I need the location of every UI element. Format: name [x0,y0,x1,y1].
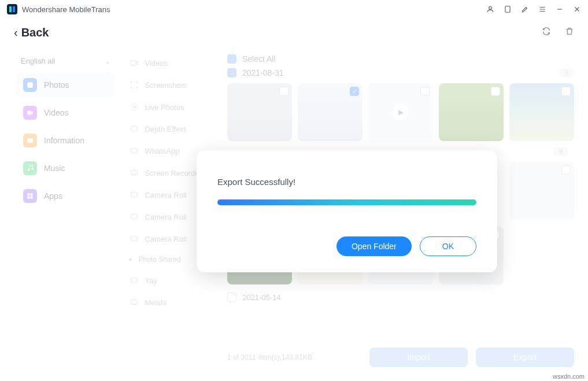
group-checkbox[interactable] [227,293,236,302]
status-text: 1 of 3011 Item(s),143.81KB [227,353,361,361]
triangle-down-icon: ▾ [129,257,132,262]
bottom-bar: 1 of 3011 Item(s),143.81KB Import Export [227,347,574,367]
album-label: Screen Recorder [145,169,202,177]
album-label: WhatsApp [145,147,180,156]
svg-point-15 [131,104,137,110]
album-label: Camera Roll [145,235,187,243]
folder-icon [129,190,139,200]
photo-thumbnail[interactable] [509,162,574,220]
sidebar-item-music[interactable]: Music [16,156,115,181]
menu-icon[interactable] [538,5,546,13]
refresh-icon[interactable] [542,27,551,38]
minimize-icon[interactable] [556,5,564,13]
select-all-row: – Select All [224,52,578,66]
svg-rect-23 [131,299,137,304]
album-item-shared[interactable]: Meishi [121,291,224,313]
modal-message: Export Successfully! [217,177,476,187]
album-label: Camera Roll [145,191,187,199]
svg-rect-20 [131,214,137,219]
thumbnail-checkbox[interactable] [561,87,571,96]
export-button[interactable]: Export [476,347,574,367]
album-item-shared[interactable]: Yay [121,269,224,291]
photo-thumbnail[interactable] [439,83,504,141]
album-section-label: Photo Shared [139,256,181,264]
svg-rect-3 [505,6,510,13]
folder-icon [129,275,139,286]
sidebar-item-label: Photos [44,80,69,90]
chevron-left-icon: ‹ [14,26,18,39]
photos-icon [23,78,37,92]
svg-rect-5 [27,111,31,115]
svg-rect-13 [131,61,136,65]
trash-icon[interactable] [565,27,574,38]
thumbnail-checkbox[interactable] [420,87,430,96]
livephoto-icon [129,102,139,112]
svg-rect-16 [131,126,137,131]
apps-icon [23,189,37,203]
svg-rect-18 [131,170,137,175]
open-folder-button[interactable]: Open Folder [336,236,412,256]
thumbnail-checkbox[interactable] [561,165,571,175]
back-bar: ‹ Back [0,19,588,46]
language-selector[interactable]: English all ⌄ [14,52,117,70]
album-item-livephotos[interactable]: Live Photos [121,96,224,118]
toolbar [542,27,574,38]
svg-point-8 [31,168,34,170]
videos-icon [23,106,37,120]
sidebar-item-label: Information [44,136,84,145]
photo-thumbnail[interactable] [509,83,574,141]
back-button[interactable]: ‹ Back [14,26,49,39]
user-icon[interactable] [486,5,494,13]
photo-thumbnail[interactable]: ✓ [298,83,363,141]
group-checkbox[interactable]: – [227,68,236,77]
folder-icon [129,234,139,244]
thumbnail-checkbox[interactable] [491,87,500,96]
close-icon[interactable] [573,5,581,13]
sidebar-item-apps[interactable]: Apps [16,183,115,209]
back-label: Back [21,26,49,39]
thumbnail-checkbox[interactable] [279,87,289,96]
recorder-icon [129,168,139,178]
album-label: Live Photos [145,103,184,112]
screenshot-icon [129,80,139,90]
folder-icon [129,212,139,222]
svg-rect-9 [27,193,29,195]
sidebar-item-photos[interactable]: Photos [16,72,115,98]
watermark: wsxdn.com [553,373,585,380]
import-label: Import [407,353,430,362]
app-logo [7,4,17,14]
language-label: English all [21,57,55,65]
album-label: Depth Effect [145,125,186,134]
svg-point-2 [489,6,492,9]
photo-thumbnail[interactable] [227,83,292,141]
svg-rect-12 [31,197,33,199]
whatsapp-icon [129,146,139,156]
svg-rect-22 [131,278,137,282]
video-icon [129,58,139,68]
sidebar-item-videos[interactable]: Videos [16,100,115,125]
album-label: Yay [145,276,157,285]
select-all-label: Select All [242,54,578,64]
photo-thumbnail[interactable]: ▶ [368,83,433,141]
sidebar-item-information[interactable]: Information [16,128,115,153]
category-sidebar: English all ⌄ Photos Videos Information … [10,46,121,371]
album-item-screenshots[interactable]: Screenshots [121,74,224,96]
ok-button[interactable]: OK [420,236,476,256]
svg-rect-11 [27,197,29,199]
select-all-checkbox[interactable]: – [227,54,236,64]
album-item-deptheffect[interactable]: Depth Effect [121,118,224,140]
edit-icon[interactable] [521,5,529,13]
thumbnail-checkbox[interactable]: ✓ [350,87,359,96]
album-item-videos[interactable]: Videos [121,52,224,74]
folder-icon [129,297,139,308]
open-folder-label: Open Folder [352,242,397,251]
group-count: 5 [559,68,574,77]
album-label: Meishi [145,298,167,307]
device-icon[interactable] [504,5,512,13]
album-label: Videos [145,59,168,68]
import-button[interactable]: Import [369,347,468,367]
svg-point-14 [133,106,135,108]
export-success-modal: Export Successfully! Open Folder OK [197,150,497,272]
play-icon: ▶ [393,104,409,120]
date-group-header: 2021-05-14 [224,288,578,304]
